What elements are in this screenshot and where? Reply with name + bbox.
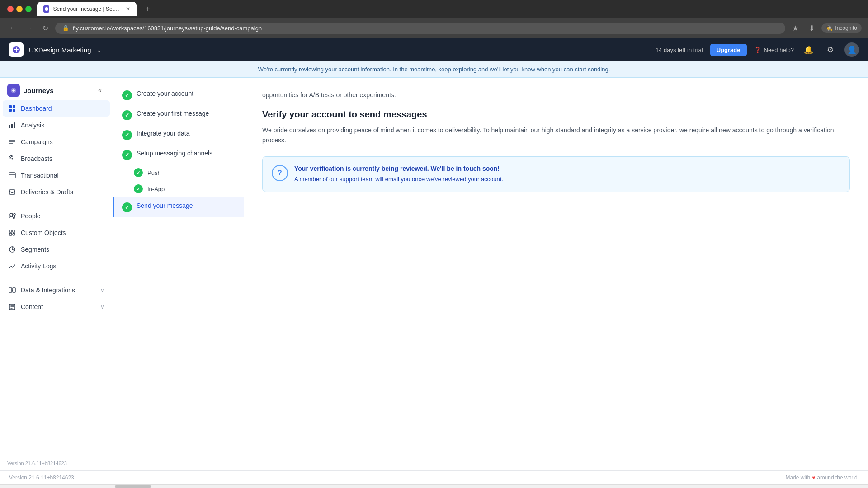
check-circle-setup-messaging: ✓ [122,150,132,160]
activity-logs-icon [8,262,16,270]
footer-version: Version 21.6.11+b8214623 [9,474,74,481]
check-circle-create-message: ✓ [122,110,132,120]
footer-made-with: Made with ♥ around the world. [785,474,859,481]
trial-text: 14 days left in trial [656,47,703,53]
sidebar-item-label-data: Data & Integrations [21,286,75,294]
sidebar-item-dashboard[interactable]: Dashboard [3,100,110,117]
svg-rect-21 [13,288,15,292]
checklist-item-create-account[interactable]: ✓ Create your account [113,85,244,105]
sidebar-item-activity-logs[interactable]: Activity Logs [3,258,110,274]
sidebar-item-label-campaigns: Campaigns [21,138,53,145]
user-avatar[interactable]: 👤 [844,42,859,57]
app-logo [9,42,24,57]
sidebar-item-data-integrations[interactable]: Data & Integrations ∨ [3,282,110,298]
data-integrations-icon [8,286,16,294]
incognito-label: Incognito [835,25,857,31]
tab-close-icon[interactable]: ✕ [126,6,130,12]
check-circle-send-message: ✓ [122,202,132,212]
scrollbar-thumb[interactable] [115,485,151,488]
need-help-button[interactable]: ❓ Need help? [754,47,794,53]
refresh-button[interactable]: ↻ [39,22,52,34]
checklist-item-integrate-data[interactable]: ✓ Integrate your data [113,125,244,145]
analysis-icon [8,121,16,129]
svg-rect-4 [13,105,15,108]
sidebar-item-content[interactable]: Content ∨ [3,299,110,315]
svg-rect-15 [9,230,12,232]
sidebar-collapse-button[interactable]: « [94,85,105,96]
svg-rect-9 [14,122,15,128]
checklist-panel: ✓ Create your account ✓ Create your firs… [113,78,244,470]
svg-rect-7 [9,125,10,128]
notifications-button[interactable]: 🔔 [801,42,816,57]
sidebar-item-deliveries[interactable]: Deliveries & Drafts [3,184,110,200]
checklist-sub-item-in-app[interactable]: ✓ In-App [113,181,244,197]
svg-rect-11 [9,173,15,178]
section-title: Verify your account to send messages [262,109,850,120]
window-close-btn[interactable] [7,6,14,12]
sidebar-item-broadcasts[interactable]: Broadcasts [3,150,110,167]
scrollbar-horizontal[interactable] [0,484,868,488]
incognito-button[interactable]: 🕵 Incognito [821,23,862,33]
info-banner: We're currently reviewing your account i… [0,61,868,78]
svg-rect-16 [13,230,15,232]
verify-text: A member of our support team will email … [294,175,503,184]
checklist-label-send-message: Send your message [137,202,193,211]
forward-button[interactable]: → [23,22,35,34]
checklist-item-send-message[interactable]: ✓ Send your message [113,197,244,217]
url-text: fly.customer.io/workspaces/160831/journe… [73,25,262,32]
segments-icon [8,245,16,253]
address-bar[interactable]: 🔒 fly.customer.io/workspaces/160831/jour… [55,23,785,34]
svg-point-10 [12,158,13,160]
need-help-label: Need help? [764,47,794,53]
custom-objects-icon [8,229,16,237]
window-min-btn[interactable] [16,6,23,12]
top-bar: UXDesign Marketing ⌄ 14 days left in tri… [0,38,868,61]
sidebar-item-transactional[interactable]: Transactional [3,167,110,183]
footer-made-with-text: Made with [785,474,810,481]
info-banner-text: We're currently reviewing your account i… [258,66,610,73]
svg-rect-8 [11,124,13,128]
section-description: We pride ourselves on providing peace of… [262,125,850,145]
workspace-name[interactable]: UXDesign Marketing [29,46,91,54]
settings-button[interactable]: ⚙ [823,42,837,57]
lock-icon: 🔒 [62,25,69,31]
download-button[interactable]: ⬇ [805,22,818,34]
verify-title: Your verification is currently being rev… [294,165,503,172]
sidebar-item-analysis[interactable]: Analysis [3,117,110,133]
sidebar-item-people[interactable]: People [3,208,110,224]
checklist-label-integrate-data: Integrate your data [137,129,190,138]
checklist-label-create-message: Create your first message [137,109,209,118]
new-tab-button[interactable]: + [142,3,154,15]
sidebar-item-campaigns[interactable]: Campaigns [3,134,110,150]
incognito-icon: 🕵 [826,25,833,31]
people-icon [8,212,16,220]
sidebar-item-label-analysis: Analysis [21,122,44,129]
sidebar-item-label-broadcasts: Broadcasts [21,155,52,162]
window-max-btn[interactable] [25,6,32,12]
browser-tab[interactable]: Send your message | Setup Gu... ✕ [37,2,137,16]
checklist-item-setup-messaging[interactable]: ✓ Setup messaging channels [113,145,244,164]
checklist-sub-item-push[interactable]: ✓ Push [113,164,244,181]
sidebar-item-custom-objects[interactable]: Custom Objects [3,225,110,241]
sidebar: Journeys « Dashboard Analysis [0,78,113,470]
svg-point-18 [13,233,15,235]
upgrade-button[interactable]: Upgrade [710,44,747,56]
tab-title: Send your message | Setup Gu... [53,6,120,12]
top-bar-right: 14 days left in trial Upgrade ❓ Need hel… [656,42,859,57]
sidebar-item-label-dashboard: Dashboard [21,105,52,112]
top-bar-left: UXDesign Marketing ⌄ [9,42,102,57]
sidebar-item-label-people: People [21,212,41,220]
back-button[interactable]: ← [6,22,19,34]
checklist-item-create-message[interactable]: ✓ Create your first message [113,105,244,125]
svg-rect-3 [9,105,12,108]
svg-rect-17 [9,233,12,235]
window-controls [7,6,32,12]
check-circle-in-app: ✓ [134,184,143,193]
campaigns-icon [8,138,16,146]
sidebar-item-label-custom-objects: Custom Objects [21,229,66,236]
deliveries-icon [8,188,16,196]
bookmark-button[interactable]: ★ [789,22,802,34]
svg-point-0 [45,7,48,11]
content-chevron-icon: ∨ [100,304,104,310]
sidebar-item-segments[interactable]: Segments [3,241,110,258]
